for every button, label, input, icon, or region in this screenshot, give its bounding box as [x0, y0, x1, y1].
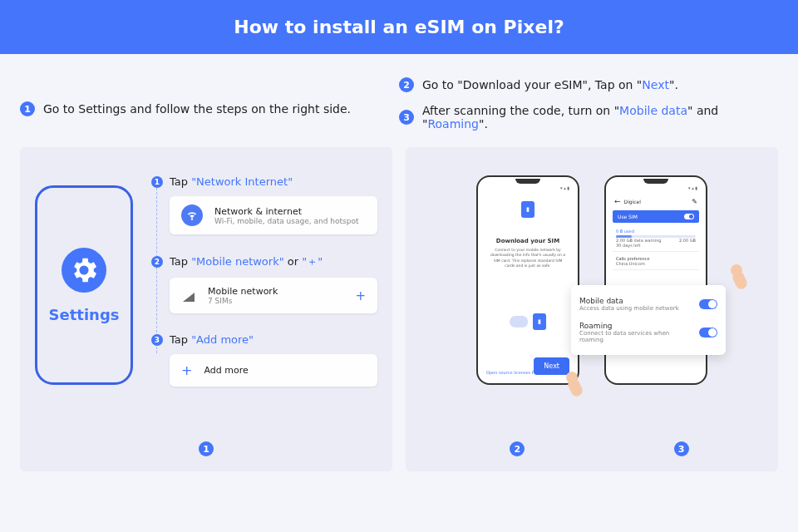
toggles-overlay: Mobile dataAccess data using mobile netw… — [571, 285, 726, 355]
substep-3: 3 Tap "Add more" + Add more — [151, 333, 377, 387]
panels: Settings 1 Tap "Network Internet" Networ… — [0, 137, 798, 471]
status-bar: ▾ ▴ ▮ — [613, 184, 699, 194]
status-bar: ▾ ▴ ▮ — [485, 184, 571, 194]
sim-icon: ▮ — [521, 201, 534, 218]
use-sim-toggle[interactable]: Use SIM — [613, 210, 699, 223]
mobile-data-title: Mobile data — [579, 297, 679, 305]
step-text-3: After scanning the code, turn on "Mobile… — [422, 104, 778, 131]
download-title: Download your SIM — [485, 238, 571, 244]
tap-hand-icon — [726, 263, 749, 289]
t3-post: ". — [479, 117, 488, 131]
top-step-2: 2 Go to "Download your eSIM", Tap on "Ne… — [399, 77, 778, 92]
panel-badge-3: 3 — [674, 441, 689, 456]
panel-badge-1: 1 — [199, 441, 214, 456]
mobile-data-link: Mobile data — [619, 104, 687, 117]
toggle-icon[interactable] — [699, 299, 717, 309]
substep-1: 1 Tap "Network Internet" Network & inter… — [151, 175, 377, 234]
step-text-2: Go to "Download your eSIM", Tap on "Next… — [422, 78, 678, 91]
screen-3-wrap: ▾ ▴ ▮ ←Digicel✎ Use SIM 0 B used 2.00 GB… — [604, 175, 707, 385]
toggle-icon — [684, 214, 694, 219]
card-title: Mobile network — [208, 286, 278, 297]
card-sub: 7 SIMs — [208, 297, 278, 305]
add-more-card[interactable]: + Add more — [170, 354, 377, 387]
gear-icon — [62, 248, 106, 293]
cloud-icon — [510, 316, 528, 328]
sub-badge-1: 1 — [151, 176, 163, 188]
plus-icon[interactable]: + — [355, 288, 366, 303]
card-title: Network & internet — [214, 206, 358, 217]
card-title: Add more — [204, 365, 248, 376]
top-step-3: 3 After scanning the code, turn on "Mobi… — [399, 104, 778, 131]
mobile-data-row[interactable]: Mobile dataAccess data using mobile netw… — [579, 292, 717, 317]
notch — [515, 179, 540, 184]
next-link: Next — [642, 78, 669, 91]
top-step-1: 1 Go to Settings and follow the steps on… — [20, 77, 399, 131]
panel-1: Settings 1 Tap "Network Internet" Networ… — [20, 147, 392, 471]
screen-2-wrap: ▾ ▴ ▮ ▮ Download your SIM Connect to you… — [476, 175, 579, 385]
wifi-icon — [181, 204, 203, 226]
edit-icon[interactable]: ✎ — [692, 198, 697, 205]
data-usage-section: 0 B used 2.00 GB data warning2.00 GB 30 … — [613, 224, 699, 252]
toggle-icon[interactable] — [699, 328, 717, 337]
panel-2-3: ▾ ▴ ▮ ▮ Download your SIM Connect to you… — [406, 147, 778, 471]
roaming-row[interactable]: RoamingConnect to data services when roa… — [579, 317, 717, 348]
usage-bar — [616, 235, 696, 238]
mobile-network-card[interactable]: Mobile network7 SIMs + — [170, 278, 377, 313]
header: How to install an eSIM on Pixel? — [0, 0, 798, 54]
sub-badge-3: 3 — [151, 334, 163, 346]
step-badge-2: 2 — [399, 77, 414, 92]
sim-card-icon: ▮ — [533, 313, 546, 330]
panel-badge-2: 2 — [510, 441, 525, 456]
step-badge-3: 3 — [399, 110, 414, 125]
t2-post: ". — [669, 78, 678, 91]
notch — [643, 179, 668, 184]
top-steps: 1 Go to Settings and follow the steps on… — [0, 54, 798, 137]
back-icon[interactable]: ← — [614, 197, 621, 205]
screen-header: ←Digicel✎ — [613, 194, 699, 209]
roaming-link: Roaming — [427, 117, 479, 131]
top-steps-right: 2 Go to "Download your eSIM", Tap on "Ne… — [399, 77, 778, 131]
network-internet-card[interactable]: Network & internetWi-Fi, mobile, data us… — [170, 196, 377, 234]
calls-pref-row[interactable]: Calls preferenceChina Unicom — [613, 252, 699, 270]
card-sub: Wi-Fi, mobile, data usage, and hotspot — [214, 217, 358, 225]
cloud-illustration: ▮ — [485, 288, 571, 355]
sub1-text: Tap "Network Internet" — [170, 175, 293, 188]
roaming-title: Roaming — [579, 322, 692, 330]
download-desc: Connect to your mobile network by downlo… — [490, 248, 566, 268]
roaming-sub: Connect to data services when roaming — [579, 330, 692, 343]
settings-label: Settings — [49, 306, 120, 323]
plus-icon: + — [181, 362, 192, 378]
signal-icon — [181, 288, 196, 303]
page-title: How to install an eSIM on Pixel? — [234, 17, 564, 37]
tap-hand-icon — [561, 370, 584, 397]
mobile-data-sub: Access data using mobile network — [579, 305, 679, 312]
t3-pre: After scanning the code, turn on " — [422, 104, 619, 117]
download-sim-screen: ▾ ▴ ▮ ▮ Download your SIM Connect to you… — [476, 175, 579, 385]
t2-pre: Go to "Download your eSIM", Tap on " — [422, 78, 642, 91]
step-text-1: Go to Settings and follow the steps on t… — [43, 102, 351, 116]
step-badge-1: 1 — [20, 101, 35, 116]
substeps: 1 Tap "Network Internet" Network & inter… — [151, 170, 377, 387]
carrier-name: Digicel — [624, 199, 641, 204]
sub3-text: Tap "Add more" — [170, 333, 254, 346]
substep-2: 2 Tap "Mobile network" or "＋" Mobile net… — [151, 254, 377, 313]
sub-badge-2: 2 — [151, 256, 163, 268]
settings-phone: Settings — [35, 185, 133, 385]
sub2-text: Tap "Mobile network" or "＋" — [170, 254, 323, 269]
